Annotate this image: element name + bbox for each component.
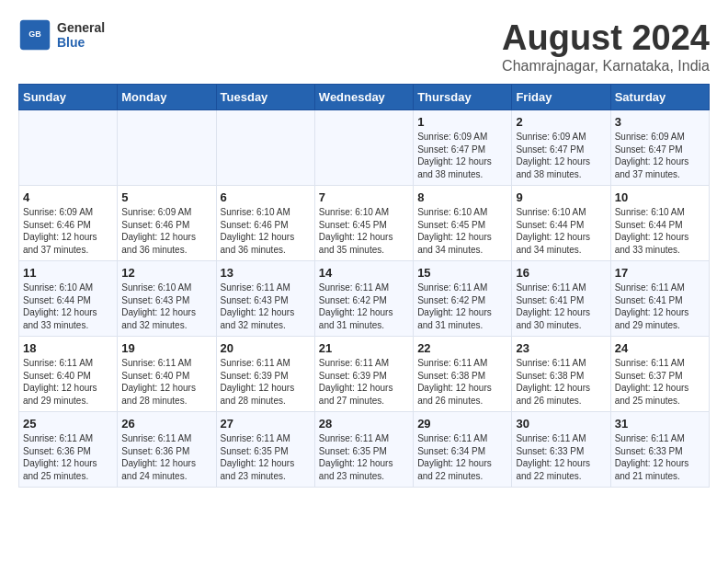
calendar-cell: 5Sunrise: 6:09 AM Sunset: 6:46 PM Daylig… <box>118 186 216 261</box>
day-number: 2 <box>516 115 606 129</box>
day-info: Sunrise: 6:10 AM Sunset: 6:45 PM Dayligh… <box>319 206 409 256</box>
calendar-cell: 14Sunrise: 6:11 AM Sunset: 6:42 PM Dayli… <box>314 261 413 337</box>
logo-icon: GB <box>18 18 51 52</box>
calendar-cell: 21Sunrise: 6:11 AM Sunset: 6:39 PM Dayli… <box>314 337 413 412</box>
day-info: Sunrise: 6:11 AM Sunset: 6:39 PM Dayligh… <box>221 357 311 407</box>
day-number: 12 <box>121 266 211 280</box>
calendar-cell: 13Sunrise: 6:11 AM Sunset: 6:43 PM Dayli… <box>216 261 314 337</box>
calendar-cell: 23Sunrise: 6:11 AM Sunset: 6:38 PM Dayli… <box>512 337 610 412</box>
day-info: Sunrise: 6:10 AM Sunset: 6:44 PM Dayligh… <box>516 206 606 256</box>
weekday-header-thursday: Thursday <box>414 85 512 110</box>
day-number: 25 <box>23 417 113 431</box>
day-info: Sunrise: 6:11 AM Sunset: 6:33 PM Dayligh… <box>516 432 606 482</box>
day-info: Sunrise: 6:10 AM Sunset: 6:46 PM Dayligh… <box>221 206 311 256</box>
day-info: Sunrise: 6:11 AM Sunset: 6:38 PM Dayligh… <box>417 357 507 407</box>
calendar-cell: 12Sunrise: 6:10 AM Sunset: 6:43 PM Dayli… <box>118 261 216 337</box>
day-info: Sunrise: 6:11 AM Sunset: 6:43 PM Dayligh… <box>221 282 311 331</box>
weekday-header-tuesday: Tuesday <box>216 85 314 110</box>
day-number: 15 <box>417 266 507 280</box>
day-number: 29 <box>417 417 507 431</box>
day-number: 23 <box>516 341 606 355</box>
calendar-table: SundayMondayTuesdayWednesdayThursdayFrid… <box>18 84 710 488</box>
weekday-header-saturday: Saturday <box>610 85 709 110</box>
day-info: Sunrise: 6:11 AM Sunset: 6:42 PM Dayligh… <box>417 282 507 331</box>
calendar-cell: 2Sunrise: 6:09 AM Sunset: 6:47 PM Daylig… <box>512 110 610 186</box>
calendar-body: 1Sunrise: 6:09 AM Sunset: 6:47 PM Daylig… <box>19 110 710 488</box>
weekday-header-sunday: Sunday <box>19 85 118 110</box>
calendar-cell: 30Sunrise: 6:11 AM Sunset: 6:33 PM Dayli… <box>512 412 610 488</box>
day-info: Sunrise: 6:11 AM Sunset: 6:33 PM Dayligh… <box>615 432 705 482</box>
day-number: 10 <box>615 190 705 204</box>
day-number: 13 <box>221 266 311 280</box>
day-number: 22 <box>417 341 507 355</box>
day-info: Sunrise: 6:11 AM Sunset: 6:35 PM Dayligh… <box>221 432 311 482</box>
day-number: 16 <box>516 266 606 280</box>
logo-text: General Blue <box>57 20 105 50</box>
day-number: 17 <box>615 266 705 280</box>
week-row-1: 1Sunrise: 6:09 AM Sunset: 6:47 PM Daylig… <box>19 110 710 186</box>
calendar-cell: 15Sunrise: 6:11 AM Sunset: 6:42 PM Dayli… <box>414 261 512 337</box>
weekday-header-row: SundayMondayTuesdayWednesdayThursdayFrid… <box>19 85 710 110</box>
calendar-cell: 10Sunrise: 6:10 AM Sunset: 6:44 PM Dayli… <box>610 186 709 261</box>
calendar-cell: 4Sunrise: 6:09 AM Sunset: 6:46 PM Daylig… <box>19 186 118 261</box>
week-row-4: 18Sunrise: 6:11 AM Sunset: 6:40 PM Dayli… <box>19 337 710 412</box>
main-title: August 2024 <box>502 18 710 58</box>
calendar-cell: 27Sunrise: 6:11 AM Sunset: 6:35 PM Dayli… <box>216 412 314 488</box>
day-number: 21 <box>319 341 409 355</box>
day-info: Sunrise: 6:09 AM Sunset: 6:47 PM Dayligh… <box>417 131 507 180</box>
logo-blue: Blue <box>57 35 105 50</box>
day-info: Sunrise: 6:11 AM Sunset: 6:41 PM Dayligh… <box>516 282 606 331</box>
calendar-cell <box>216 110 314 186</box>
calendar-cell: 22Sunrise: 6:11 AM Sunset: 6:38 PM Dayli… <box>414 337 512 412</box>
day-info: Sunrise: 6:09 AM Sunset: 6:46 PM Dayligh… <box>121 206 211 256</box>
logo: GB General Blue <box>18 18 105 52</box>
day-number: 6 <box>221 190 311 204</box>
day-number: 31 <box>615 417 705 431</box>
week-row-5: 25Sunrise: 6:11 AM Sunset: 6:36 PM Dayli… <box>19 412 710 488</box>
calendar-cell: 18Sunrise: 6:11 AM Sunset: 6:40 PM Dayli… <box>19 337 118 412</box>
logo-general: General <box>57 20 105 35</box>
day-info: Sunrise: 6:11 AM Sunset: 6:37 PM Dayligh… <box>615 357 705 407</box>
day-number: 20 <box>221 341 311 355</box>
calendar-cell: 25Sunrise: 6:11 AM Sunset: 6:36 PM Dayli… <box>19 412 118 488</box>
day-number: 4 <box>23 190 113 204</box>
day-number: 26 <box>121 417 211 431</box>
day-info: Sunrise: 6:11 AM Sunset: 6:36 PM Dayligh… <box>23 432 113 482</box>
calendar-cell: 16Sunrise: 6:11 AM Sunset: 6:41 PM Dayli… <box>512 261 610 337</box>
calendar-cell <box>19 110 118 186</box>
calendar-header: SundayMondayTuesdayWednesdayThursdayFrid… <box>19 85 710 110</box>
calendar-cell: 3Sunrise: 6:09 AM Sunset: 6:47 PM Daylig… <box>610 110 709 186</box>
day-number: 14 <box>319 266 409 280</box>
day-number: 27 <box>221 417 311 431</box>
week-row-2: 4Sunrise: 6:09 AM Sunset: 6:46 PM Daylig… <box>19 186 710 261</box>
weekday-header-wednesday: Wednesday <box>314 85 413 110</box>
weekday-header-monday: Monday <box>118 85 216 110</box>
day-info: Sunrise: 6:11 AM Sunset: 6:41 PM Dayligh… <box>615 282 705 331</box>
day-number: 28 <box>319 417 409 431</box>
calendar-cell: 19Sunrise: 6:11 AM Sunset: 6:40 PM Dayli… <box>118 337 216 412</box>
calendar-cell: 11Sunrise: 6:10 AM Sunset: 6:44 PM Dayli… <box>19 261 118 337</box>
subtitle: Chamrajnagar, Karnataka, India <box>502 58 710 75</box>
day-info: Sunrise: 6:10 AM Sunset: 6:44 PM Dayligh… <box>23 282 113 331</box>
day-info: Sunrise: 6:10 AM Sunset: 6:45 PM Dayligh… <box>417 206 507 256</box>
day-info: Sunrise: 6:09 AM Sunset: 6:46 PM Dayligh… <box>23 206 113 256</box>
day-info: Sunrise: 6:09 AM Sunset: 6:47 PM Dayligh… <box>615 131 705 180</box>
week-row-3: 11Sunrise: 6:10 AM Sunset: 6:44 PM Dayli… <box>19 261 710 337</box>
day-info: Sunrise: 6:11 AM Sunset: 6:40 PM Dayligh… <box>121 357 211 407</box>
calendar-cell: 28Sunrise: 6:11 AM Sunset: 6:35 PM Dayli… <box>314 412 413 488</box>
day-number: 11 <box>23 266 113 280</box>
calendar-cell: 26Sunrise: 6:11 AM Sunset: 6:36 PM Dayli… <box>118 412 216 488</box>
day-number: 5 <box>121 190 211 204</box>
calendar-cell: 29Sunrise: 6:11 AM Sunset: 6:34 PM Dayli… <box>414 412 512 488</box>
day-info: Sunrise: 6:11 AM Sunset: 6:35 PM Dayligh… <box>319 432 409 482</box>
calendar-cell: 20Sunrise: 6:11 AM Sunset: 6:39 PM Dayli… <box>216 337 314 412</box>
day-number: 9 <box>516 190 606 204</box>
day-info: Sunrise: 6:11 AM Sunset: 6:39 PM Dayligh… <box>319 357 409 407</box>
calendar-cell: 17Sunrise: 6:11 AM Sunset: 6:41 PM Dayli… <box>610 261 709 337</box>
calendar-cell: 24Sunrise: 6:11 AM Sunset: 6:37 PM Dayli… <box>610 337 709 412</box>
calendar-cell: 6Sunrise: 6:10 AM Sunset: 6:46 PM Daylig… <box>216 186 314 261</box>
day-number: 1 <box>417 115 507 129</box>
title-block: August 2024 Chamrajnagar, Karnataka, Ind… <box>502 18 710 75</box>
calendar-cell <box>118 110 216 186</box>
day-info: Sunrise: 6:09 AM Sunset: 6:47 PM Dayligh… <box>516 131 606 180</box>
